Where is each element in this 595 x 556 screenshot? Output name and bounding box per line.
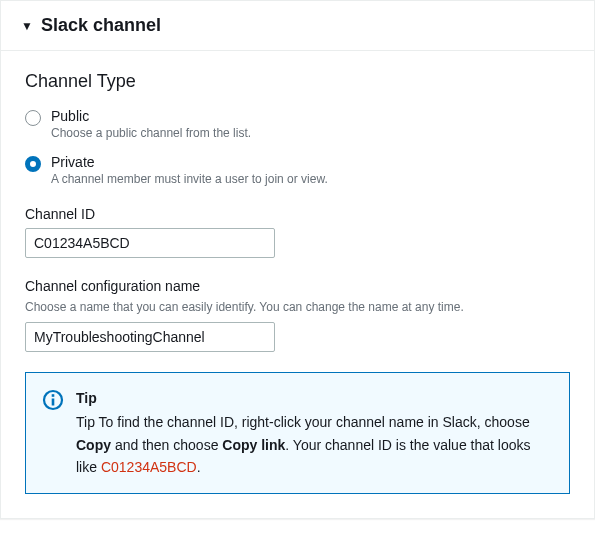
- config-name-input[interactable]: [25, 322, 275, 352]
- radio-private-desc: A channel member must invite a user to j…: [51, 172, 570, 186]
- radio-public-desc: Choose a public channel from the list.: [51, 126, 570, 140]
- channel-id-field: Channel ID: [25, 206, 570, 258]
- radio-public[interactable]: Public Choose a public channel from the …: [25, 108, 570, 140]
- radio-icon: [25, 156, 41, 172]
- config-name-field: Channel configuration name Choose a name…: [25, 278, 570, 352]
- slack-channel-panel: ▼ Slack channel Channel Type Public Choo…: [0, 0, 595, 519]
- panel-header[interactable]: ▼ Slack channel: [1, 1, 594, 51]
- caret-down-icon: ▼: [21, 20, 33, 32]
- panel-title: Slack channel: [41, 15, 161, 36]
- svg-rect-1: [52, 399, 55, 406]
- config-name-helper: Choose a name that you can easily identi…: [25, 300, 570, 314]
- config-name-label: Channel configuration name: [25, 278, 570, 294]
- radio-icon: [25, 110, 41, 126]
- radio-public-label: Public: [51, 108, 570, 124]
- channel-type-title: Channel Type: [25, 71, 570, 92]
- radio-private-label: Private: [51, 154, 570, 170]
- tip-text: Tip To find the channel ID, right-click …: [76, 411, 553, 478]
- tip-box: Tip Tip To find the channel ID, right-cl…: [25, 372, 570, 494]
- channel-id-input[interactable]: [25, 228, 275, 258]
- panel-body: Channel Type Public Choose a public chan…: [1, 51, 594, 518]
- tip-content: Tip Tip To find the channel ID, right-cl…: [76, 387, 553, 479]
- tip-title: Tip: [76, 387, 553, 409]
- svg-rect-2: [52, 394, 55, 397]
- info-icon: [42, 389, 64, 414]
- radio-private[interactable]: Private A channel member must invite a u…: [25, 154, 570, 186]
- tip-example-id: C01234A5BCD: [101, 459, 197, 475]
- channel-type-radio-group: Public Choose a public channel from the …: [25, 108, 570, 186]
- channel-id-label: Channel ID: [25, 206, 570, 222]
